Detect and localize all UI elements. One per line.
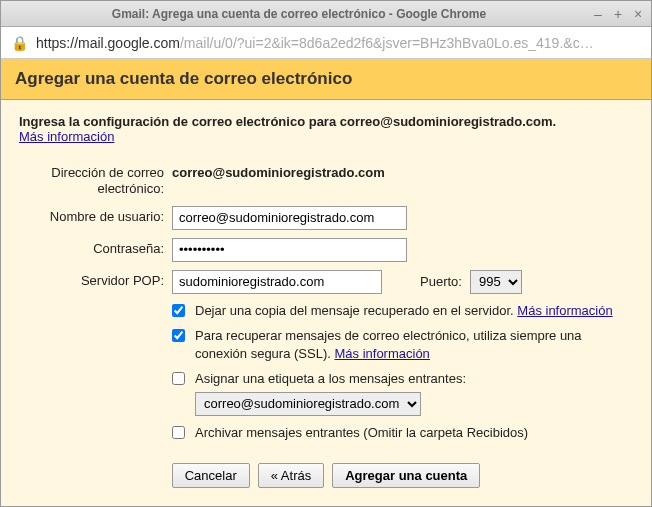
label-incoming-checkbox[interactable] [172,372,185,385]
dialog-header: Agregar una cuenta de correo electrónico [1,59,651,100]
leave-copy-label: Dejar una copia del mensaje recuperado e… [195,303,514,318]
label-password: Contraseña: [19,238,164,257]
leave-copy-more-link[interactable]: Más información [517,303,612,318]
ssl-checkbox[interactable] [172,329,185,342]
option-leave-copy: Dejar una copia del mensaje recuperado e… [172,302,633,320]
pop-server-input[interactable] [172,270,382,294]
ssl-more-link[interactable]: Más información [334,346,429,361]
label-email: Dirección de correo electrónico: [19,162,164,198]
form: Dirección de correo electrónico: correo@… [19,162,633,488]
option-label-incoming: Asignar una etiqueta a los mensajes entr… [172,370,633,416]
password-input[interactable] [172,238,407,262]
option-ssl: Para recuperar mensajes de correo electr… [172,327,633,362]
window-title: Gmail: Agrega una cuenta de correo elect… [7,7,591,21]
button-row: Cancelar « Atrás Agregar una cuenta [19,463,633,488]
label-incoming-select[interactable]: correo@sudominioregistrado.com [195,392,421,416]
label-port: Puerto: [420,274,462,289]
maximize-icon[interactable]: + [611,7,625,21]
minimize-icon[interactable]: – [591,7,605,21]
value-email: correo@sudominioregistrado.com [172,162,633,180]
url-host: https://mail.google.com [36,35,180,51]
back-button[interactable]: « Atrás [258,463,324,488]
label-pop: Servidor POP: [19,270,164,289]
intro-line: Ingresa la configuración de correo elect… [19,114,556,129]
row-username: Nombre de usuario: [19,206,633,230]
intro-text: Ingresa la configuración de correo elect… [19,114,633,144]
submit-button[interactable]: Agregar una cuenta [332,463,480,488]
row-email: Dirección de correo electrónico: correo@… [19,162,633,198]
port-select[interactable]: 995 [470,270,522,294]
archive-text: Archivar mensajes entrantes (Omitir la c… [195,424,633,442]
row-pop: Servidor POP: Puerto: 995 [19,270,633,294]
option-archive: Archivar mensajes entrantes (Omitir la c… [172,424,633,442]
label-incoming-label: Asignar una etiqueta a los mensajes entr… [195,371,466,386]
username-input[interactable] [172,206,407,230]
address-bar: 🔒 https://mail.google.com/mail/u/0/?ui=2… [1,27,651,59]
ssl-text: Para recuperar mensajes de correo electr… [195,327,633,362]
leave-copy-text: Dejar una copia del mensaje recuperado e… [195,302,633,320]
close-icon[interactable]: × [631,7,645,21]
archive-label: Archivar mensajes entrantes (Omitir la c… [195,425,528,440]
url-text[interactable]: https://mail.google.com/mail/u/0/?ui=2&i… [36,35,641,51]
row-password: Contraseña: [19,238,633,262]
browser-window: Gmail: Agrega una cuenta de correo elect… [0,0,652,507]
dialog-content: Ingresa la configuración de correo elect… [1,100,651,506]
leave-copy-checkbox[interactable] [172,304,185,317]
intro-more-link[interactable]: Más información [19,129,114,144]
dialog-title: Agregar una cuenta de correo electrónico [15,69,352,88]
window-controls: – + × [591,7,645,21]
label-incoming-text: Asignar una etiqueta a los mensajes entr… [195,370,633,416]
cancel-button[interactable]: Cancelar [172,463,250,488]
label-username: Nombre de usuario: [19,206,164,225]
url-path: /mail/u/0/?ui=2&ik=8d6a2ed2f6&jsver=BHz3… [180,35,594,51]
archive-checkbox[interactable] [172,426,185,439]
titlebar: Gmail: Agrega una cuenta de correo elect… [1,1,651,27]
lock-icon: 🔒 [11,35,28,51]
